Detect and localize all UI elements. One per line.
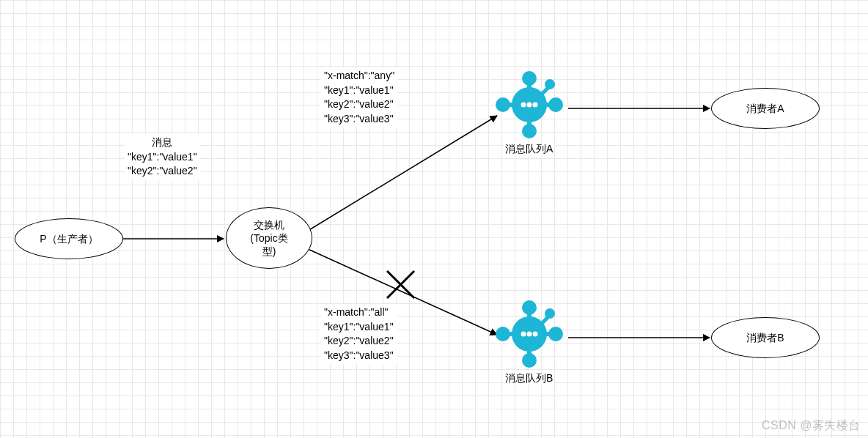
svg-rect-14 — [527, 114, 532, 127]
svg-rect-29 — [507, 332, 521, 336]
queue-b-label: 消息队列B — [504, 372, 554, 385]
consumer-a-node: 消费者A — [711, 88, 820, 129]
watermark: CSDN @雾失楼台 — [762, 418, 861, 434]
queue-a-icon — [493, 68, 566, 141]
binding-b-l3: "key2":"value2" — [324, 334, 394, 349]
exchange-label-3: 型) — [250, 245, 287, 258]
consumer-b-label: 消费者B — [746, 331, 784, 344]
svg-rect-27 — [538, 332, 551, 336]
queue-b-icon — [493, 297, 566, 371]
queue-a-label: 消息队列A — [504, 143, 554, 156]
binding-b-block: "x-match":"all" "key1":"value1" "key2":"… — [321, 304, 397, 364]
svg-line-4 — [387, 271, 414, 298]
svg-rect-12 — [527, 83, 532, 96]
svg-point-32 — [521, 332, 526, 337]
binding-a-l3: "key2":"value2" — [324, 97, 394, 112]
message-title: 消息 — [128, 136, 197, 150]
binding-a-block: "x-match":"any" "key1":"value1" "key2":"… — [321, 67, 397, 127]
exchange-label-1: 交换机 — [250, 218, 287, 231]
connectors — [0, 0, 868, 438]
consumer-a-label: 消费者A — [746, 102, 784, 115]
message-l2: "key2":"value2" — [128, 164, 197, 179]
binding-b-l2: "key1":"value1" — [324, 320, 394, 335]
svg-point-18 — [521, 103, 526, 108]
binding-a-l2: "key1":"value1" — [324, 83, 394, 98]
binding-b-l4: "key3":"value3" — [324, 349, 394, 363]
binding-b-l1: "x-match":"all" — [324, 305, 394, 320]
producer-label: P（生产者） — [40, 232, 98, 245]
exchange-label-2: (Topic类 — [250, 231, 287, 245]
binding-a-l4: "key3":"value3" — [324, 112, 394, 127]
producer-node: P（生产者） — [15, 218, 123, 259]
svg-point-34 — [533, 332, 538, 337]
svg-rect-26 — [527, 312, 532, 325]
exchange-node: 交换机 (Topic类 型) — [226, 207, 312, 269]
binding-a-l1: "x-match":"any" — [324, 69, 394, 83]
svg-point-19 — [527, 103, 532, 108]
message-block: 消息 "key1":"value1" "key2":"value2" — [125, 134, 200, 180]
svg-point-20 — [533, 103, 538, 108]
consumer-b-node: 消费者B — [711, 317, 820, 358]
svg-rect-13 — [538, 103, 551, 107]
svg-line-3 — [387, 271, 414, 298]
svg-rect-28 — [527, 343, 532, 356]
svg-point-33 — [527, 332, 532, 337]
svg-rect-15 — [507, 103, 521, 107]
svg-line-1 — [308, 116, 497, 231]
message-l1: "key1":"value1" — [128, 150, 197, 165]
diagram-canvas: P（生产者） 交换机 (Topic类 型) 消费者A 消费者B 消息 "key1… — [0, 0, 868, 438]
